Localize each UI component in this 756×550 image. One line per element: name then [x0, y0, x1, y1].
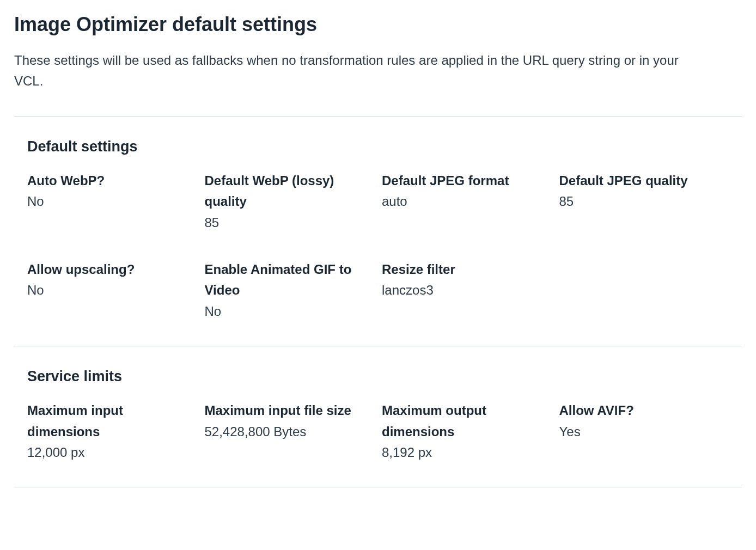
setting-value: auto [382, 191, 552, 212]
setting-value: 12,000 px [27, 442, 197, 463]
setting-label: Default JPEG format [382, 170, 552, 191]
setting-value: No [205, 301, 375, 322]
setting-webp-quality: Default WebP (lossy) quality 85 [205, 170, 375, 233]
setting-label: Enable Animated GIF to Video [205, 259, 375, 301]
default-settings-section: Default settings Auto WebP? No Default W… [14, 117, 742, 346]
limit-input-dimensions: Maximum input dimensions 12,000 px [27, 400, 197, 463]
setting-label: Default WebP (lossy) quality [205, 170, 375, 212]
limit-allow-avif: Allow AVIF? Yes [559, 400, 729, 463]
setting-value: Yes [559, 421, 729, 442]
section-title-limits: Service limits [27, 368, 729, 385]
page-title: Image Optimizer default settings [14, 13, 742, 36]
setting-gif-to-video: Enable Animated GIF to Video No [205, 259, 375, 322]
limit-input-file-size: Maximum input file size 52,428,800 Bytes [205, 400, 375, 463]
setting-label: Default JPEG quality [559, 170, 729, 191]
setting-allow-upscaling: Allow upscaling? No [27, 259, 197, 322]
setting-label: Auto WebP? [27, 170, 197, 191]
setting-value: 8,192 px [382, 442, 552, 463]
setting-label: Maximum output dimensions [382, 400, 552, 442]
limit-output-dimensions: Maximum output dimensions 8,192 px [382, 400, 552, 463]
divider [14, 487, 742, 487]
setting-label: Maximum input dimensions [27, 400, 197, 442]
service-limits-section: Service limits Maximum input dimensions … [14, 346, 742, 487]
default-settings-grid: Auto WebP? No Default WebP (lossy) quali… [27, 170, 729, 322]
section-title-default: Default settings [27, 138, 729, 155]
setting-label: Maximum input file size [205, 400, 375, 421]
setting-value: No [27, 280, 197, 301]
setting-value: lanczos3 [382, 280, 552, 301]
setting-label: Allow AVIF? [559, 400, 729, 421]
setting-label: Allow upscaling? [27, 259, 197, 280]
setting-resize-filter: Resize filter lanczos3 [382, 259, 552, 322]
service-limits-grid: Maximum input dimensions 12,000 px Maxim… [27, 400, 729, 463]
setting-auto-webp: Auto WebP? No [27, 170, 197, 233]
setting-value: 85 [205, 212, 375, 233]
setting-value: No [27, 191, 197, 212]
page-description: These settings will be used as fallbacks… [14, 50, 679, 92]
setting-jpeg-format: Default JPEG format auto [382, 170, 552, 233]
setting-jpeg-quality: Default JPEG quality 85 [559, 170, 729, 233]
setting-value: 52,428,800 Bytes [205, 421, 375, 442]
setting-value: 85 [559, 191, 729, 212]
setting-label: Resize filter [382, 259, 552, 280]
